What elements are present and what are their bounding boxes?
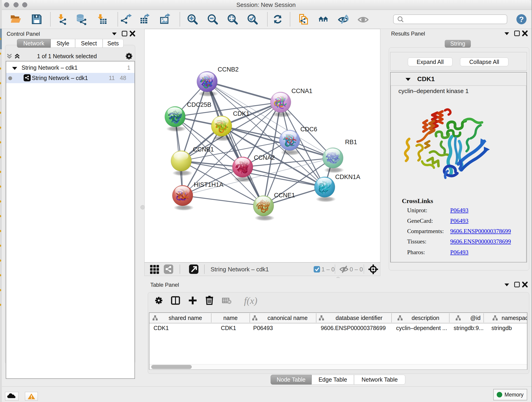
svg-text:@id: @id: [470, 315, 481, 321]
svg-text:String Network – cdk1: String Network – cdk1: [210, 266, 269, 273]
svg-text:CCNE1: CCNE1: [274, 192, 295, 199]
svg-text:CCNA1: CCNA1: [291, 88, 312, 95]
svg-text:shared name: shared name: [169, 315, 202, 321]
svg-text:namespac: namespac: [501, 315, 527, 321]
svg-text:1 – 0: 1 – 0: [322, 266, 335, 273]
svg-text:description: description: [412, 315, 439, 321]
svg-text:canonical name: canonical name: [267, 315, 307, 321]
svg-text:name: name: [223, 315, 238, 321]
svg-text:CCNA2: CCNA2: [254, 154, 275, 161]
svg-text:1 of 1 Network selected: 1 of 1 Network selected: [37, 53, 97, 59]
svg-text:CCNB2: CCNB2: [218, 66, 239, 73]
svg-text:database identifier: database identifier: [336, 315, 382, 321]
svg-text:f(x): f(x): [244, 295, 257, 306]
svg-text:RB1: RB1: [345, 139, 357, 146]
svg-text:CCNB1: CCNB1: [193, 146, 214, 153]
svg-text:CDC25B: CDC25B: [187, 101, 211, 108]
svg-text:CDC6: CDC6: [300, 126, 317, 133]
svg-text:CDKN1A: CDKN1A: [335, 173, 360, 180]
svg-text:0 – 0: 0 – 0: [350, 266, 363, 273]
svg-text:HIST1H1A: HIST1H1A: [194, 181, 223, 188]
svg-text:?: ?: [519, 15, 524, 24]
svg-text:CDK1: CDK1: [233, 110, 249, 117]
